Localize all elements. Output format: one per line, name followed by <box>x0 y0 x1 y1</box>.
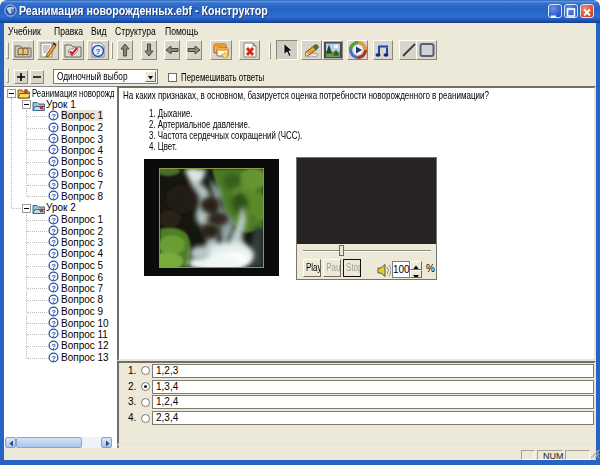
svg-text:?: ? <box>51 273 56 282</box>
svg-text:?: ? <box>51 250 56 259</box>
svg-text:?: ? <box>51 308 56 317</box>
svg-text:?: ? <box>51 192 56 201</box>
svg-text:?: ? <box>51 158 56 167</box>
svg-text:?: ? <box>51 227 56 236</box>
svg-text:?: ? <box>51 319 56 328</box>
svg-text:?: ? <box>51 146 56 155</box>
svg-text:?: ? <box>51 216 56 225</box>
svg-text:?: ? <box>51 284 56 293</box>
svg-text:?: ? <box>51 296 56 305</box>
svg-text:?: ? <box>51 238 56 247</box>
svg-text:?: ? <box>51 181 56 190</box>
svg-text:?: ? <box>51 112 56 121</box>
svg-text:?: ? <box>96 47 101 56</box>
svg-text:?: ? <box>51 262 56 271</box>
svg-text:?: ? <box>51 124 56 133</box>
svg-text:?: ? <box>51 170 56 179</box>
svg-text:?: ? <box>51 330 56 339</box>
svg-text:?: ? <box>51 354 56 363</box>
svg-text:?: ? <box>51 342 56 351</box>
svg-text:?: ? <box>51 135 56 144</box>
